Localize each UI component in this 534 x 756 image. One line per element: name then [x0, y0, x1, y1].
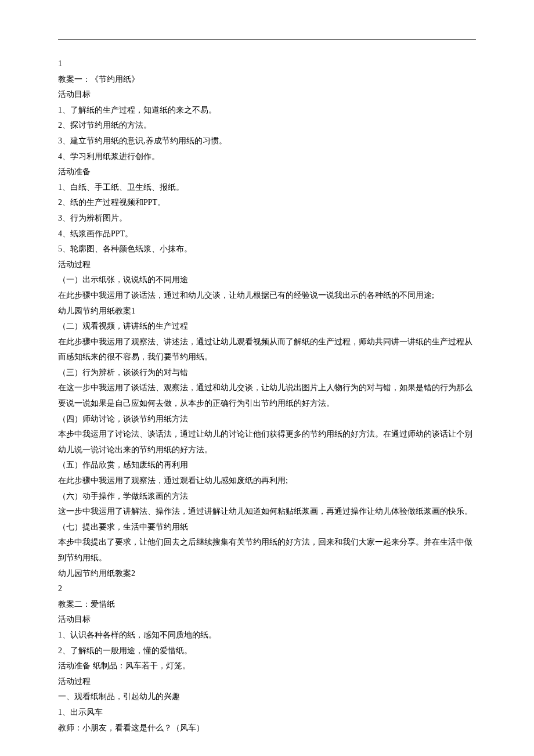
text-line: 幼儿园节约用纸教案2: [58, 566, 476, 582]
text-line: 在此步骤中我运用了谈话法，通过和幼儿交谈，让幼儿根据已有的经验说一说我出示的各种…: [58, 288, 476, 304]
text-line: 3、建立节约用纸的意识,养成节约用纸的习惯。: [58, 134, 476, 149]
text-line: 本步中我运用了讨论法、谈话法，通过让幼儿的讨论让他们获得更多的节约用纸的好方法。…: [58, 427, 476, 458]
text-line: 2、纸的生产过程视频和PPT。: [58, 195, 476, 211]
text-line: （一）出示纸张，说说纸的不同用途: [58, 272, 476, 288]
text-line: 在这一步中我运用了谈话法、观察法，通过和幼儿交谈，让幼儿说出图片上人物行为的对与…: [58, 380, 476, 411]
text-line: 2、了解纸的一般用途，懂的爱惜纸。: [58, 643, 476, 659]
text-line: 在此步骤中我运用了观察法、讲述法，通过让幼儿观看视频从而了解纸的生产过程，师幼共…: [58, 334, 476, 365]
text-line: 活动目标: [58, 87, 476, 103]
text-line: 活动目标: [58, 612, 476, 628]
text-line: 1、认识各种各样的纸，感知不同质地的纸。: [58, 628, 476, 643]
text-line: 1、白纸、手工纸、卫生纸、报纸。: [58, 180, 476, 196]
text-line: 2: [58, 581, 476, 597]
text-line: 幼儿园节约用纸教案1: [58, 304, 476, 319]
text-line: 1: [58, 56, 476, 72]
text-line: 一、观看纸制品，引起幼儿的兴趣: [58, 689, 476, 705]
text-line: 4、学习利用纸浆进行创作。: [58, 149, 476, 165]
text-line: 这一步中我运用了讲解法、操作法，通过讲解让幼儿知道如何粘贴纸浆画，再通过操作让幼…: [58, 504, 476, 520]
text-line: （七）提出要求，生活中要节约用纸: [58, 520, 476, 535]
document-page: 1 教案一：《节约用纸》 活动目标 1、了解纸的生产过程，知道纸的来之不易。 2…: [0, 0, 534, 756]
text-line: 5、轮廓图、各种颜色纸浆、小抹布。: [58, 242, 476, 257]
text-line: 本步中我提出了要求，让他们回去之后继续搜集有关节约用纸的好方法，回来和我们大家一…: [58, 535, 476, 566]
text-line: 教师：小朋友，看看这是什么？（风车）: [58, 721, 476, 736]
document-body: 1 教案一：《节约用纸》 活动目标 1、了解纸的生产过程，知道纸的来之不易。 2…: [58, 56, 476, 736]
top-rule: [58, 39, 476, 40]
text-line: 活动准备 纸制品：风车若干，灯笼。: [58, 658, 476, 674]
text-line: （二）观看视频，讲讲纸的生产过程: [58, 319, 476, 334]
text-line: 在此步骤中我运用了观察法，通过观看让幼儿感知废纸的再利用;: [58, 473, 476, 489]
text-line: （五）作品欣赏，感知废纸的再利用: [58, 458, 476, 473]
text-line: 活动过程: [58, 674, 476, 690]
text-line: 教案二：爱惜纸: [58, 597, 476, 613]
text-line: 4、纸浆画作品PPT。: [58, 226, 476, 242]
text-line: 3、行为辨析图片。: [58, 211, 476, 226]
text-line: （三）行为辨析，谈谈行为的对与错: [58, 365, 476, 381]
text-line: 活动过程: [58, 257, 476, 273]
text-line: 2、探讨节约用纸的方法。: [58, 118, 476, 134]
text-line: 1、出示风车: [58, 705, 476, 721]
text-line: （六）动手操作，学做纸浆画的方法: [58, 489, 476, 505]
text-line: 活动准备: [58, 164, 476, 180]
text-line: 教案一：《节约用纸》: [58, 72, 476, 88]
text-line: 1、了解纸的生产过程，知道纸的来之不易。: [58, 103, 476, 118]
text-line: （四）师幼讨论，谈谈节约用纸方法: [58, 412, 476, 427]
